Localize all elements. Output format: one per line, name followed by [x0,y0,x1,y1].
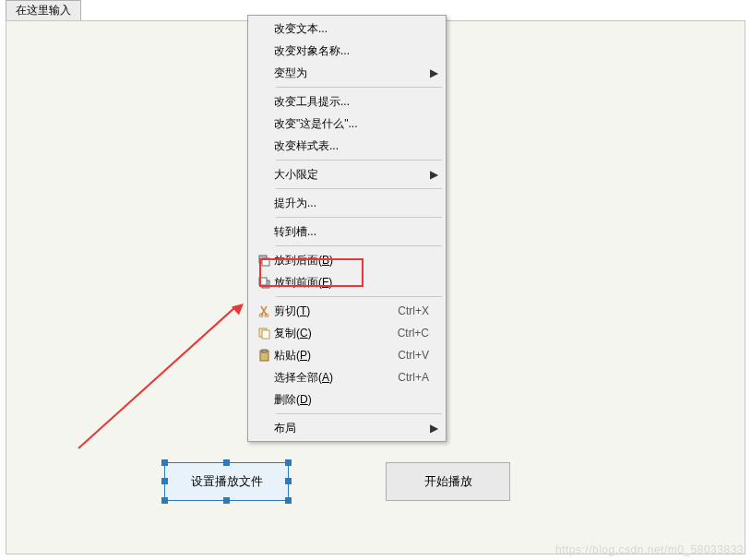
menu-item[interactable]: 放到后面(B) [250,249,444,271]
resize-handle[interactable] [223,497,230,504]
form-tab[interactable]: 在这里输入 [6,0,81,21]
set-file-button-label: 设置播放文件 [191,473,263,490]
menu-item-label: 布局 [274,421,429,436]
submenu-arrow-icon: ▶ [429,168,438,181]
form-tab-label: 在这里输入 [16,4,71,17]
set-file-button[interactable]: 设置播放文件 [164,462,289,501]
menu-item-label: 改变工具提示... [274,94,429,110]
resize-handle[interactable] [285,459,292,466]
paste-icon [254,349,274,362]
start-play-button-label: 开始播放 [424,473,472,490]
menu-item[interactable]: 复制(C)Ctrl+C [250,322,444,344]
menu-item[interactable]: 放到前面(F) [250,271,444,293]
menu-item-label: 转到槽... [274,224,429,240]
svg-rect-9 [262,350,267,352]
menu-item[interactable]: 选择全部(A)Ctrl+A [250,366,444,388]
bring-front-icon [254,276,274,289]
context-menu: 改变文本...改变对象名称...变型为▶改变工具提示...改变"这是什么"...… [247,15,447,442]
menu-item-label: 放到前面(F) [274,275,429,291]
resize-handle[interactable] [161,459,168,466]
svg-rect-7 [262,330,269,339]
menu-item[interactable]: 粘贴(P)Ctrl+V [250,344,444,366]
menu-item-label: 复制(C) [274,326,390,341]
menu-item-shortcut: Ctrl+X [390,304,429,317]
menu-separator [276,188,442,189]
copy-icon [254,327,274,340]
submenu-arrow-icon: ▶ [429,422,438,435]
menu-item-shortcut: Ctrl+A [390,371,429,384]
menu-item-label: 提升为... [274,196,429,211]
menu-separator [276,217,442,218]
svg-rect-1 [262,258,269,266]
menu-item-label: 改变文本... [274,21,429,37]
menu-item-label: 选择全部(A) [274,370,390,386]
menu-item[interactable]: 删除(D) [250,388,444,411]
menu-item-label: 放到后面(B) [274,253,429,268]
menu-item[interactable]: 转到槽... [250,220,444,243]
menu-item[interactable]: 提升为... [250,192,444,214]
watermark: https://blog.csdn.net/m0_58033833 [555,543,744,556]
menu-item-label: 改变对象名称... [274,43,429,59]
menu-item[interactable]: 改变工具提示... [250,90,444,113]
menu-item-label: 粘贴(P) [274,348,390,363]
menu-item-label: 改变样式表... [274,138,429,154]
menu-item[interactable]: 改变对象名称... [250,40,444,62]
resize-handle[interactable] [223,459,230,466]
menu-item-shortcut: Ctrl+C [390,327,429,340]
menu-separator [276,413,442,414]
menu-item[interactable]: 变型为▶ [250,62,444,84]
menu-item[interactable]: 改变样式表... [250,135,444,157]
menu-item-label: 改变"这是什么"... [274,116,429,132]
menu-item-label: 变型为 [274,66,429,81]
svg-rect-3 [259,278,267,285]
menu-item-label: 剪切(T) [274,304,390,319]
menu-separator [276,160,442,161]
menu-separator [276,245,442,246]
start-play-button[interactable]: 开始播放 [386,462,510,501]
submenu-arrow-icon: ▶ [429,66,438,79]
menu-separator [276,296,442,297]
send-back-icon [254,254,274,267]
menu-separator [276,87,442,88]
menu-item[interactable]: 剪切(T)Ctrl+X [250,300,444,322]
resize-handle[interactable] [161,478,168,484]
menu-item[interactable]: 大小限定▶ [250,163,444,185]
menu-item[interactable]: 布局▶ [250,417,444,439]
menu-item[interactable]: 改变文本... [250,18,444,40]
menu-item-shortcut: Ctrl+V [390,349,429,362]
menu-item[interactable]: 改变"这是什么"... [250,113,444,135]
cut-icon [254,304,274,317]
menu-item-label: 大小限定 [274,167,429,183]
resize-handle[interactable] [285,497,292,504]
menu-item-label: 删除(D) [274,392,429,408]
resize-handle[interactable] [161,497,168,504]
resize-handle[interactable] [285,478,292,484]
